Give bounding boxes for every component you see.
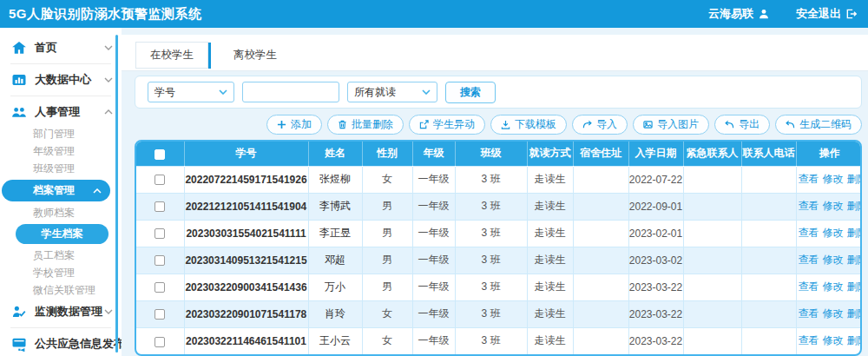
sidebar-item-home[interactable]: 首页 xyxy=(0,35,122,61)
view-link[interactable]: 查看 xyxy=(799,334,819,346)
sidebar-item-grade-mgmt[interactable]: 年级管理 xyxy=(0,142,122,160)
logout-button[interactable]: 安全退出 xyxy=(796,6,858,22)
download-template-button[interactable]: 下载模板 xyxy=(490,115,567,135)
export-button[interactable]: 导出 xyxy=(714,115,770,135)
search-panel: 学号 所有就读 搜索 xyxy=(135,76,862,109)
cell-contact-phone xyxy=(741,166,796,193)
delete-link[interactable]: 删除 xyxy=(847,334,863,346)
sidebar-item-school-mgmt[interactable]: 学校管理 xyxy=(0,264,122,281)
delete-link[interactable]: 删除 xyxy=(847,254,863,266)
view-link[interactable]: 查看 xyxy=(799,280,819,293)
edit-link[interactable]: 修改 xyxy=(823,173,844,185)
row-checkbox[interactable] xyxy=(155,255,165,266)
sidebar-item-student-files[interactable]: 学生档案 xyxy=(16,224,108,244)
sidebar-item-monitor[interactable]: 监测数据管理 xyxy=(0,299,122,325)
view-link[interactable]: 查看 xyxy=(799,227,819,239)
student-change-button[interactable]: 学生异动 xyxy=(409,115,485,135)
row-checkbox[interactable] xyxy=(155,175,165,185)
sidebar-scrollbar[interactable] xyxy=(115,35,118,353)
edit-link[interactable]: 修改 xyxy=(823,200,844,212)
tab-bar: 在校学生 离校学生 xyxy=(122,35,868,71)
edit-link[interactable]: 修改 xyxy=(823,334,844,346)
cell-emergency-contact xyxy=(683,166,741,193)
button-label: 添加 xyxy=(291,117,312,132)
user-name: 云海易联 xyxy=(708,6,753,22)
cell-enroll-date: 2022-09-01 xyxy=(628,193,683,220)
delete-link[interactable]: 删除 xyxy=(847,280,863,293)
cell-study-mode: 走读生 xyxy=(527,247,573,274)
edit-link[interactable]: 修改 xyxy=(823,280,844,293)
search-button[interactable]: 搜索 xyxy=(445,82,496,103)
row-checkbox[interactable] xyxy=(155,337,165,347)
sidebar-item-dept[interactable]: 部门管理 xyxy=(0,125,122,142)
column-header: 联系人电话 xyxy=(741,142,796,166)
delete-link[interactable]: 删除 xyxy=(847,173,863,185)
person-check-icon xyxy=(10,304,28,320)
cell-name: 肖玲 xyxy=(308,300,362,327)
sidebar-item-emergency[interactable]: 公共应急信息发布 xyxy=(0,331,122,356)
cell-name: 李正昱 xyxy=(308,220,362,247)
chevron-down-icon xyxy=(422,89,431,95)
sidebar-item-archives[interactable]: 档案管理 xyxy=(2,180,110,201)
sidebar-item-staff-files[interactable]: 员工档案 xyxy=(0,247,122,264)
cell-emergency-contact xyxy=(683,274,741,300)
row-checkbox[interactable] xyxy=(155,201,165,212)
column-header: 操作 xyxy=(796,142,862,166)
import-button[interactable]: 导入 xyxy=(572,115,628,135)
import-images-button[interactable]: 导入图片 xyxy=(633,115,709,135)
cell-class: 3 班 xyxy=(455,274,527,300)
view-link[interactable]: 查看 xyxy=(799,173,819,185)
row-check-cell xyxy=(136,220,184,247)
sidebar: 首页 大数据中心 人事管理 部门管理 年级管理 班级管理 档案管理 教师档案 学… xyxy=(0,28,122,356)
row-checkbox[interactable] xyxy=(155,228,165,239)
edit-link[interactable]: 修改 xyxy=(823,227,844,239)
cell-grade: 一年级 xyxy=(412,274,455,300)
bar-chart-icon xyxy=(10,72,28,88)
main-area: 在校学生 离校学生 学号 所有就读 搜索 xyxy=(122,28,868,356)
cell-emergency-contact xyxy=(683,300,741,327)
table-header-row: 学号姓名性别年级班级就读方式宿舍住址入学日期紧急联系人联系人电话操作 xyxy=(136,142,862,166)
tab-left-students[interactable]: 离校学生 xyxy=(221,43,289,68)
cell-dorm-address xyxy=(573,193,628,220)
divider xyxy=(10,96,111,96)
generate-qr-button[interactable]: 生成二维码 xyxy=(775,115,862,135)
sidebar-item-teacher-files[interactable]: 教师档案 xyxy=(0,204,122,221)
column-header: 宿舍住址 xyxy=(573,142,628,166)
filter-select[interactable]: 所有就读 xyxy=(347,82,437,102)
chevron-down-icon xyxy=(104,77,113,82)
button-label: 导入 xyxy=(596,117,617,132)
view-link[interactable]: 查看 xyxy=(799,254,819,266)
batch-delete-button[interactable]: 批量删除 xyxy=(327,115,404,135)
search-input[interactable] xyxy=(242,82,339,102)
sidebar-item-class-mgmt[interactable]: 班级管理 xyxy=(0,160,122,177)
row-checkbox[interactable] xyxy=(155,309,165,320)
sidebar-item-big-data[interactable]: 大数据中心 xyxy=(0,67,122,93)
select-all-checkbox[interactable] xyxy=(155,149,165,160)
cell-name: 万小 xyxy=(308,274,362,300)
delete-link[interactable]: 删除 xyxy=(847,307,863,320)
cell-dorm-address xyxy=(573,220,628,247)
edit-link[interactable]: 修改 xyxy=(823,254,844,266)
delete-link[interactable]: 删除 xyxy=(847,227,863,239)
cell-actions: 查看修改删除 xyxy=(796,327,862,354)
edit-link[interactable]: 修改 xyxy=(823,307,844,320)
sidebar-item-hr[interactable]: 人事管理 xyxy=(0,99,122,125)
sidebar-item-wechat[interactable]: 微信关联管理 xyxy=(0,281,122,299)
cell-grade: 一年级 xyxy=(412,220,455,247)
table-row: 202303220901071541178 肖玲 女 一年级 3 班 走读生 2… xyxy=(136,300,862,327)
cell-study-mode: 走读生 xyxy=(527,327,573,354)
cell-dorm-address xyxy=(573,274,628,300)
user-menu[interactable]: 云海易联 xyxy=(708,6,770,22)
delete-link[interactable]: 删除 xyxy=(847,200,863,212)
view-link[interactable]: 查看 xyxy=(799,307,819,320)
tab-current-students[interactable]: 在校学生 xyxy=(135,42,208,69)
view-link[interactable]: 查看 xyxy=(799,200,819,212)
button-label: 下载模板 xyxy=(515,117,556,132)
content: 学号 所有就读 搜索 添加 批量删除 xyxy=(122,71,868,356)
field-select[interactable]: 学号 xyxy=(148,82,234,102)
cell-study-mode: 走读生 xyxy=(527,193,573,220)
add-button[interactable]: 添加 xyxy=(266,115,322,135)
sidebar-item-label: 监测数据管理 xyxy=(35,304,102,320)
cell-class: 3 班 xyxy=(455,327,527,354)
row-checkbox[interactable] xyxy=(155,282,165,293)
